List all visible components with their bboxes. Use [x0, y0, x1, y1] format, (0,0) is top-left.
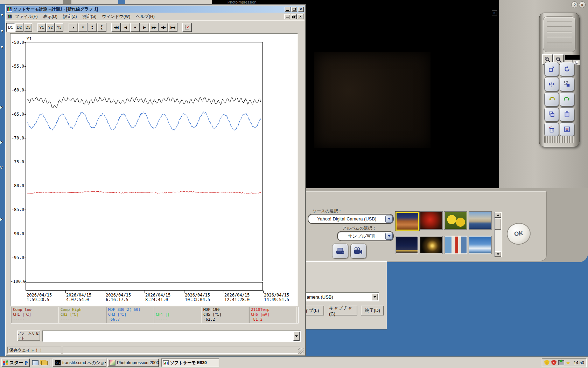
resize-grip[interactable]	[298, 348, 303, 354]
exit-button[interactable]: 終了(D)	[361, 306, 384, 315]
rewind-button[interactable]: ◀◀	[111, 23, 121, 32]
delete-button[interactable]	[544, 122, 559, 136]
close-frame-button[interactable]	[560, 122, 574, 136]
desktop-icon-label-fragment[interactable]: P	[0, 140, 2, 144]
palette-handle	[544, 136, 574, 143]
stop-button[interactable]: ■	[130, 23, 140, 32]
close-button[interactable]: ×	[298, 14, 303, 19]
security-error-shield-icon[interactable]: ×	[551, 360, 556, 365]
menu-item-5[interactable]: ヘルプ(H)	[133, 13, 158, 20]
maximize-button[interactable]	[291, 7, 297, 12]
paste-button[interactable]	[560, 107, 574, 121]
resize-button[interactable]	[544, 62, 559, 76]
safely-remove-hardware-icon[interactable]	[558, 360, 564, 365]
title-bar[interactable]: ソフトサーモ計測－計測1 - [折れ線グラフ 1] ×	[6, 6, 304, 13]
desktop-icon-label-fragment[interactable]: P	[0, 105, 2, 109]
scroll-up-button[interactable]: ▲	[69, 23, 78, 32]
fast-forward-button[interactable]: ▶▶	[149, 23, 159, 32]
rotate-button[interactable]	[560, 62, 574, 76]
restore-button[interactable]	[291, 14, 297, 19]
x-tick-mark	[145, 291, 145, 293]
thumbnail-sky-with-clouds[interactable]	[469, 236, 491, 254]
scroll-down-button[interactable]: ▼	[78, 23, 88, 32]
thumbnail-red-cardinal-bird[interactable]	[420, 212, 442, 229]
video-camera-source-button[interactable]	[350, 244, 366, 259]
alarm-dropdown-button[interactable]	[293, 332, 300, 341]
toolbar-button-y1[interactable]: Y1	[37, 23, 46, 32]
menu-item-3[interactable]: 測定(S)	[79, 13, 99, 20]
toolbar-button-d2[interactable]: D2	[15, 23, 23, 32]
alarm-reset-button[interactable]: アラームリセット	[17, 330, 40, 341]
undo-button[interactable]	[544, 92, 559, 106]
album-combobox[interactable]: サンプル写真	[337, 231, 394, 241]
desktop-icon-label-fragment[interactable]: V	[0, 165, 2, 170]
scroll-down-button[interactable]	[495, 251, 501, 257]
scanner-icon	[336, 247, 345, 255]
redo-button[interactable]	[560, 92, 574, 106]
palette-vent-plate	[543, 16, 576, 52]
source-select-label: ソースの選択：	[313, 208, 342, 214]
x-tick-mark	[26, 291, 26, 293]
channel-legend: Comp-lowCH1 [℃]-----Comp-HighCH2 [℃]----…	[11, 307, 299, 323]
menu-item-0[interactable]: ファイル(F)	[12, 13, 40, 20]
task-button-2[interactable]: ソフトサーモ E830	[161, 359, 219, 367]
thumbnail-scrollbar[interactable]	[494, 212, 502, 257]
toolbar-button-y3[interactable]: Y3	[55, 23, 63, 32]
thumbnail-lighthouse-with-flag[interactable]	[444, 236, 467, 254]
task-button-1[interactable]: PhotoImpression 2000	[107, 359, 159, 367]
scanner-source-button[interactable]	[332, 244, 348, 259]
toolbar-button-y2[interactable]: Y2	[46, 23, 55, 32]
capture-button[interactable]: キャプチャ(C)	[329, 306, 357, 315]
menu-item-2[interactable]: 設定(Z)	[60, 13, 79, 20]
security-warning-shield-icon[interactable]: !	[544, 360, 550, 365]
toolbar-button-d3[interactable]: D3	[24, 23, 32, 32]
thumbnail-yellow-flowers[interactable]	[444, 212, 467, 229]
desktop-icon-label-fragment[interactable]: P	[0, 217, 2, 222]
legend-cell: CH4 []-----	[154, 307, 202, 323]
close-app-button[interactable]: ×	[579, 1, 586, 8]
close-button[interactable]: ×	[298, 7, 304, 12]
compress-horizontal-button[interactable]: ▶◀	[168, 23, 177, 32]
folder-icon[interactable]	[41, 359, 48, 366]
desktop-icon-label-fragment[interactable]: ▼	[0, 29, 4, 33]
source-combobox[interactable]: Yahoo! Digital Camera (USB)	[308, 214, 394, 224]
expand-vertical-button[interactable]: ▲▼	[88, 23, 97, 32]
thumbnail-harbor-town[interactable]	[469, 212, 491, 229]
outlook-express-icon[interactable]	[31, 359, 39, 366]
thumbnail-city-skyline-at-night[interactable]	[396, 236, 418, 254]
menu-item-1[interactable]: 表示(D)	[40, 13, 60, 20]
source-dropdown-button[interactable]	[385, 216, 393, 223]
expand-horizontal-button[interactable]: ◀▶	[159, 23, 168, 32]
alarm-combobox[interactable]	[42, 330, 301, 342]
toolbar-button-d1[interactable]: D1	[6, 23, 15, 32]
thumbnail-fireworks[interactable]	[420, 236, 442, 254]
preview-close-icon[interactable]: ×	[492, 10, 497, 15]
internet-explorer-icon[interactable]: e	[22, 359, 30, 366]
step-forward-button[interactable]: ▶	[140, 23, 149, 32]
step-back-button[interactable]: ◀	[121, 23, 130, 32]
compress-vertical-button[interactable]: ▼▲	[97, 23, 106, 32]
desktop-icon-label-fragment[interactable]: ▼	[0, 45, 4, 49]
album-dropdown-button[interactable]	[385, 233, 393, 240]
x-tick-label: 2026/04/154:07:54.0	[66, 293, 91, 302]
windows-logo-icon	[3, 360, 8, 366]
menu-item-4[interactable]: ウィンドウ(W)	[99, 13, 133, 20]
minimize-button[interactable]	[284, 14, 290, 19]
scroll-up-button[interactable]	[495, 212, 501, 218]
task-button-0[interactable]: C:\transfile.cmd へのショート...	[52, 359, 106, 367]
minimize-button[interactable]	[285, 7, 290, 12]
mirror-horizontal-button[interactable]	[544, 77, 559, 91]
desktop-icon-label-fragment[interactable]: ▼	[0, 13, 4, 17]
scrollbar-thumb[interactable]	[495, 218, 501, 230]
help-button[interactable]: ?	[571, 1, 578, 8]
device-dropdown-button[interactable]	[372, 293, 378, 300]
crop-move-button[interactable]	[560, 77, 574, 91]
star-icon[interactable]: ★	[566, 360, 570, 365]
thumbnail-rock-formations[interactable]	[396, 212, 419, 231]
status-bar: 保存ウェイト！！	[7, 346, 304, 355]
x-tick-label: 2026/04/1514:49:51.5	[264, 293, 289, 302]
graph-settings-button[interactable]	[182, 23, 192, 32]
chart-area: Y1 -50.0-55.0-60.0-65.0-70.0-75.0-80.0-8…	[10, 33, 298, 306]
photoimpression-icon	[109, 360, 115, 366]
copy-button[interactable]	[544, 107, 559, 121]
